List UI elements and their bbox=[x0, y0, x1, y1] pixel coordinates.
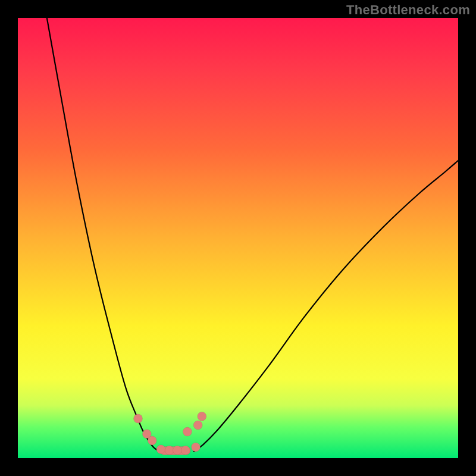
curve-right-branch bbox=[194, 161, 458, 452]
curve-left-branch bbox=[47, 18, 159, 452]
marker-dot bbox=[173, 446, 181, 455]
marker-dot bbox=[193, 421, 202, 430]
marker-dot bbox=[192, 443, 201, 452]
valley-markers bbox=[134, 412, 206, 455]
marker-dot bbox=[156, 445, 165, 454]
marker-dot bbox=[181, 446, 190, 455]
marker-dot bbox=[148, 436, 156, 445]
marker-dot bbox=[183, 427, 192, 436]
marker-dot bbox=[134, 414, 143, 423]
plot-area bbox=[18, 18, 458, 458]
chart-frame: TheBottleneck.com bbox=[0, 0, 476, 476]
plot-svg bbox=[18, 18, 458, 458]
watermark-text: TheBottleneck.com bbox=[346, 2, 470, 18]
marker-dot bbox=[165, 446, 174, 455]
marker-dot bbox=[198, 412, 206, 421]
